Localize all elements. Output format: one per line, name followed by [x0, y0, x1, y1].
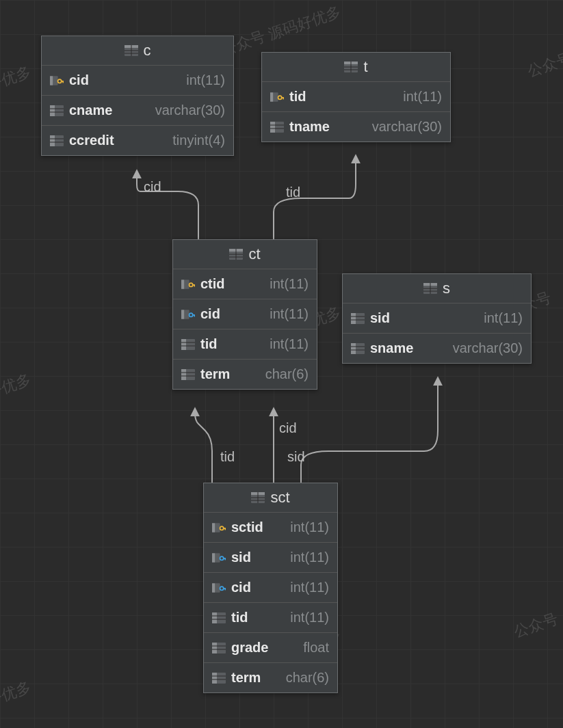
column-name: cid [200, 306, 220, 322]
column-name: cname [69, 103, 112, 118]
table-icon [125, 45, 138, 56]
table-c-name: c [144, 42, 151, 59]
column-type: int(11) [290, 580, 329, 595]
column-icon [181, 369, 195, 380]
column-t-tname[interactable]: tname varchar(30) [262, 111, 450, 141]
column-type: char(6) [265, 366, 309, 382]
table-sct[interactable]: sct sctid int(11) sid int(11) cid int(11… [203, 483, 338, 693]
column-name: term [231, 670, 261, 686]
table-ct-title: ct [173, 240, 317, 269]
column-type: int(11) [186, 72, 225, 88]
column-ct-cid[interactable]: cid int(11) [173, 299, 317, 329]
column-type: int(11) [270, 336, 309, 352]
column-name: grade [231, 640, 268, 656]
table-s-title: s [343, 274, 531, 304]
table-sct-name: sct [270, 489, 289, 507]
column-sct-tid[interactable]: tid int(11) [204, 602, 337, 632]
column-t-tid[interactable]: tid int(11) [262, 82, 450, 111]
column-type: varchar(30) [372, 119, 442, 135]
column-type: varchar(30) [453, 340, 523, 356]
column-icon [50, 105, 64, 116]
primary-key-icon [50, 75, 64, 86]
column-icon [212, 612, 226, 623]
primary-key-icon [212, 522, 226, 533]
table-ct[interactable]: ct ctid int(11) cid int(11) tid int(11) … [172, 239, 317, 390]
primary-key-icon [181, 279, 195, 290]
column-icon [212, 673, 226, 684]
column-icon [50, 135, 64, 146]
column-name: cid [231, 580, 251, 595]
column-type: tinyint(4) [172, 133, 225, 148]
column-type: float [303, 640, 329, 656]
table-t-title: t [262, 53, 450, 82]
column-name: sid [231, 550, 251, 565]
column-type: int(11) [403, 89, 442, 105]
column-icon [351, 343, 365, 354]
column-type: int(11) [290, 520, 329, 535]
foreign-key-icon [181, 309, 195, 320]
column-sct-grade[interactable]: grade float [204, 632, 337, 662]
column-name: sid [370, 310, 390, 326]
column-icon [351, 313, 365, 324]
table-s[interactable]: s sid int(11) sname varchar(30) [342, 273, 532, 364]
foreign-key-icon [212, 582, 226, 593]
column-ct-tid[interactable]: tid int(11) [173, 329, 317, 359]
column-type: varchar(30) [155, 103, 225, 118]
column-s-sid[interactable]: sid int(11) [343, 304, 531, 333]
column-name: tid [231, 610, 248, 625]
column-name: sname [370, 340, 413, 356]
column-name: tid [289, 89, 306, 105]
table-t[interactable]: t tid int(11) tname varchar(30) [261, 52, 451, 142]
column-name: cid [69, 72, 89, 88]
column-c-ccredit[interactable]: ccredit tinyint(4) [42, 125, 233, 155]
column-name: sctid [231, 520, 263, 535]
table-c-title: c [42, 36, 233, 66]
column-type: int(11) [290, 550, 329, 565]
column-type: int(11) [290, 610, 329, 625]
column-sct-sid[interactable]: sid int(11) [204, 542, 337, 572]
column-c-cname[interactable]: cname varchar(30) [42, 95, 233, 125]
table-sct-title: sct [204, 483, 337, 513]
column-type: int(11) [270, 306, 309, 322]
table-icon [344, 62, 358, 72]
column-icon [270, 122, 284, 133]
column-ct-ctid[interactable]: ctid int(11) [173, 269, 317, 299]
column-name: tid [200, 336, 217, 352]
column-name: tname [289, 119, 330, 135]
table-c[interactable]: c cid int(11) cname varchar(30) ccredit … [41, 36, 234, 156]
column-c-cid[interactable]: cid int(11) [42, 66, 233, 95]
primary-key-icon [270, 92, 284, 103]
column-name: ccredit [69, 133, 114, 148]
column-sct-cid[interactable]: cid int(11) [204, 572, 337, 602]
column-s-sname[interactable]: sname varchar(30) [343, 333, 531, 363]
column-icon [212, 643, 226, 653]
column-sct-sctid[interactable]: sctid int(11) [204, 513, 337, 542]
column-name: term [200, 366, 230, 382]
table-ct-name: ct [248, 245, 260, 263]
table-icon [229, 249, 243, 260]
column-type: int(11) [484, 310, 523, 326]
column-type: int(11) [270, 276, 309, 292]
table-s-name: s [443, 280, 450, 297]
table-t-name: t [363, 58, 367, 76]
table-icon [423, 283, 437, 294]
table-icon [251, 492, 265, 503]
foreign-key-icon [212, 552, 226, 563]
column-ct-term[interactable]: term char(6) [173, 359, 317, 389]
column-icon [181, 339, 195, 350]
column-sct-term[interactable]: term char(6) [204, 662, 337, 692]
column-name: ctid [200, 276, 225, 292]
column-type: char(6) [286, 670, 329, 686]
